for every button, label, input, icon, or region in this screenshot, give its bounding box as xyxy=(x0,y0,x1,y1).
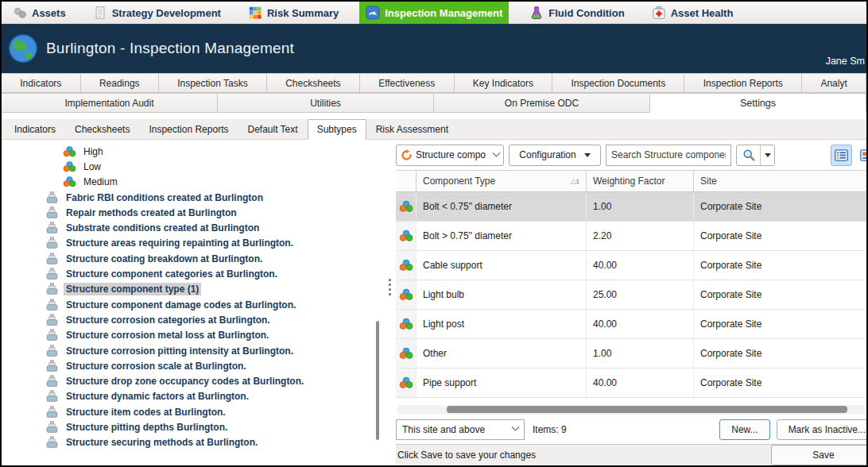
main-tab[interactable]: Checksheets xyxy=(266,73,360,93)
table-row[interactable]: Pipe support 40.00 Corporate Site xyxy=(396,369,866,398)
module-tab[interactable]: Risk Summary xyxy=(242,2,345,24)
settings-sub-tab-label: Risk Assessment xyxy=(376,124,448,135)
tree-item[interactable]: Repair methods created at Burlington xyxy=(2,205,383,220)
panel-splitter[interactable] xyxy=(383,140,396,465)
settings-sub-tab-label: Default Text xyxy=(247,124,297,135)
main-tab[interactable]: Inspection Tasks xyxy=(158,73,267,93)
tree-item[interactable]: Structure corrosion metal loss at Burlin… xyxy=(2,328,383,343)
main-tab[interactable]: Settings xyxy=(649,93,866,113)
new-button[interactable]: New... xyxy=(719,419,769,440)
settings-sub-tab[interactable]: Inspection Reports xyxy=(139,120,238,139)
tree-item[interactable]: Structure component categories at Burlin… xyxy=(2,266,383,281)
main-tab[interactable]: On Premise ODC xyxy=(433,93,650,113)
tree-item[interactable]: Medium xyxy=(2,175,383,190)
entity-type-dropdown[interactable]: Structure compo xyxy=(396,145,504,166)
settings-sub-tab[interactable]: Indicators xyxy=(5,120,65,139)
search-input[interactable] xyxy=(606,145,731,166)
press-icon xyxy=(45,390,59,403)
scope-dropdown[interactable]: This site and above xyxy=(396,419,525,440)
column-header-site[interactable]: Site xyxy=(694,171,866,191)
search-options-button[interactable] xyxy=(761,145,774,165)
tree-item[interactable]: Structure dynamic factors at Burlington. xyxy=(2,389,383,404)
refresh-icon xyxy=(401,149,413,161)
subtype-tree-panel: High Low Medium Fabric RBI conditions cr… xyxy=(2,140,383,465)
column-header-weighting-factor[interactable]: Weighting Factor xyxy=(587,171,694,191)
settings-sub-tab[interactable]: Checksheets xyxy=(65,120,139,139)
tree-item[interactable]: Structure securing methods at Burlington… xyxy=(2,435,383,450)
tree-item-label: Low xyxy=(81,160,103,173)
main-tab[interactable]: Implementation Audit xyxy=(1,93,218,113)
tree-item[interactable]: Structure component type (1) xyxy=(2,282,383,297)
settings-sub-tab[interactable]: Default Text xyxy=(238,120,307,139)
tree-item[interactable]: Structure corrosion categories at Burlin… xyxy=(2,312,383,327)
page-title: Burlington - Inspection Management xyxy=(46,40,294,57)
tree-item[interactable]: Structure corrosion scale at Burlington. xyxy=(2,358,383,373)
configuration-dropdown-button[interactable]: Configuration xyxy=(509,145,601,166)
main-tab-label: Utilities xyxy=(310,98,341,109)
main-tab[interactable]: Readings xyxy=(80,73,159,93)
press-icon xyxy=(45,253,59,265)
mark-as-inactive-button[interactable]: Mark as Inactive... xyxy=(777,419,866,440)
tree-item[interactable]: Low xyxy=(2,159,383,174)
user-name[interactable]: Jane Sm xyxy=(826,56,865,67)
table-row[interactable]: Other 1.00 Corporate Site xyxy=(396,339,866,369)
module-tab[interactable]: Inspection Management xyxy=(359,2,509,24)
tree-item[interactable]: Structure corrosion pitting intensity at… xyxy=(2,343,383,358)
component-type-icon xyxy=(399,259,413,272)
column-header-component-type[interactable]: Component Type 1 xyxy=(417,171,587,191)
press-icon xyxy=(45,345,59,357)
press-icon xyxy=(45,283,59,295)
main-tab-label: Implementation Audit xyxy=(64,98,153,109)
cell-site: Corporate Site xyxy=(694,222,866,250)
press-icon xyxy=(45,329,59,342)
module-tab[interactable]: Asset Health xyxy=(645,2,740,24)
press-icon xyxy=(45,314,59,326)
main-tab[interactable]: Effectiveness xyxy=(359,73,455,93)
tree-item[interactable]: Structure coating breakdown at Burlingto… xyxy=(2,251,383,266)
main-tab[interactable]: Utilities xyxy=(217,93,434,113)
press-icon xyxy=(45,191,59,204)
module-tab[interactable]: Fluid Condition xyxy=(523,2,630,24)
component-type-icon xyxy=(399,376,413,389)
list-view-button[interactable] xyxy=(831,145,852,166)
main-tab[interactable]: Indicators xyxy=(1,73,81,93)
search-button[interactable] xyxy=(737,145,761,165)
main-tab[interactable]: Analyt xyxy=(801,73,866,93)
table-row[interactable]: Light post 40.00 Corporate Site xyxy=(396,310,866,339)
tree-item-label: Structure securing methods at Burlington… xyxy=(64,436,260,449)
table-row[interactable]: Bolt > 0.75" diameter 2.20 Corporate Sit… xyxy=(396,222,866,251)
table-row[interactable]: Cable support 40.00 Corporate Site xyxy=(396,251,866,280)
app-header: Burlington - Inspection Management Jane … xyxy=(2,24,866,73)
module-tab[interactable]: Assets xyxy=(6,2,72,24)
module-tab[interactable]: Strategy Development xyxy=(87,2,227,24)
cell-site: Corporate Site xyxy=(694,310,866,338)
tree-item-label: Structure pitting depths Burlington. xyxy=(64,421,230,434)
settings-sub-tab[interactable]: Subtypes xyxy=(308,119,366,140)
horizontal-scrollbar[interactable] xyxy=(397,405,865,415)
main-tab-label: Inspection Tasks xyxy=(177,78,248,89)
tree-item[interactable]: Structure pitting depths Burlington. xyxy=(2,419,383,434)
card-view-button[interactable] xyxy=(856,145,866,166)
content-area: High Low Medium Fabric RBI conditions cr… xyxy=(2,140,866,465)
settings-sub-tab[interactable]: Risk Assessment xyxy=(366,120,458,139)
table-row[interactable]: Bolt < 0.75" diameter 1.00 Corporate Sit… xyxy=(396,192,866,222)
tree-item[interactable]: Fabric RBI conditions created at Burling… xyxy=(2,190,383,205)
table-row[interactable]: Light bulb 25.00 Corporate Site xyxy=(396,280,866,310)
tree-item[interactable]: High xyxy=(2,144,383,159)
tree-item[interactable]: Structure areas requiring repainting at … xyxy=(2,236,383,251)
save-button[interactable]: Save xyxy=(771,445,866,465)
tree-item[interactable]: Substrate conditions created at Burlingt… xyxy=(2,220,383,235)
tree-item[interactable]: Structure drop zone occupancy codes at B… xyxy=(2,373,383,388)
tree-item[interactable]: Structure component damage codes at Burl… xyxy=(2,297,383,312)
horizontal-scrollbar-thumb[interactable] xyxy=(447,406,847,413)
module-tab-label: Inspection Management xyxy=(385,7,502,19)
main-tab[interactable]: Inspection Documents xyxy=(552,73,684,93)
main-tab[interactable]: Inspection Reports xyxy=(684,73,802,93)
main-tab-label: Readings xyxy=(99,78,140,89)
module-tab-label: Strategy Development xyxy=(112,7,221,19)
tree-item[interactable]: Structure item codes at Burlington. xyxy=(2,404,383,419)
main-tab[interactable]: Key Indicators xyxy=(454,73,553,93)
tree-vertical-scrollbar[interactable] xyxy=(376,321,379,440)
table-header: Component Type 1 Weighting Factor Site xyxy=(396,170,866,192)
first-aid-icon xyxy=(652,6,666,20)
